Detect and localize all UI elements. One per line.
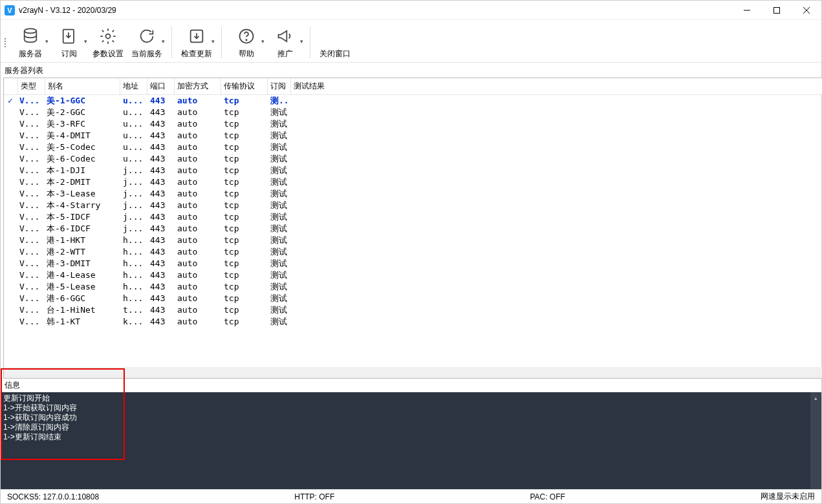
table-row[interactable]: V...本-1-DJIj...443autotcp测试 bbox=[4, 165, 822, 176]
toolbar: 服务器 ▾ 订阅 ▾ 参数设置 当前服务 ▾ 检查更新 ▾ 帮助 ▾ bbox=[1, 20, 821, 63]
cell-type: V... bbox=[17, 142, 44, 153]
log-scrollbar[interactable] bbox=[810, 392, 821, 489]
cell-port: 443 bbox=[147, 176, 175, 188]
cell-type: V... bbox=[17, 107, 44, 118]
row-active-mark bbox=[4, 176, 17, 188]
cell-type: V... bbox=[17, 153, 44, 165]
cell-type: V... bbox=[17, 118, 44, 130]
minimize-icon bbox=[744, 7, 750, 14]
toolbar-settings-button[interactable]: 参数设置 bbox=[89, 23, 127, 62]
cell-alias: 美-1-GGC bbox=[44, 95, 120, 107]
toolbar-restart-button[interactable]: 当前服务 ▾ bbox=[127, 23, 166, 62]
cell-type: V... bbox=[17, 130, 44, 142]
server-table[interactable]: 类型 别名 地址 端口 加密方式 传输协议 订阅 测试结果 ✓V...美-1-G… bbox=[3, 78, 822, 379]
cell-alias: 美-5-Codec bbox=[44, 142, 120, 153]
cell-alias: 美-3-RFC bbox=[44, 118, 120, 130]
cell-test bbox=[291, 200, 822, 211]
table-row[interactable]: V...韩-1-KTk...443autotcp测试 bbox=[4, 316, 822, 328]
col-alias[interactable]: 别名 bbox=[45, 78, 120, 94]
toolbar-server-button[interactable]: 服务器 ▾ bbox=[11, 23, 50, 62]
cell-sub: 测试 bbox=[268, 316, 291, 328]
cell-enc: auto bbox=[175, 281, 221, 293]
col-enc[interactable]: 加密方式 bbox=[175, 78, 221, 94]
table-row[interactable]: V...美-6-Codecu...443autotcp测试 bbox=[4, 153, 822, 165]
table-row[interactable]: V...台-1-HiNett...443autotcp测试 bbox=[4, 304, 822, 316]
cell-addr: u... bbox=[120, 107, 147, 118]
table-row[interactable]: V...本-6-IDCFj...443autotcp测试 bbox=[4, 223, 822, 235]
table-row[interactable]: V...本-3-Leasej...443autotcp测试 bbox=[4, 188, 822, 200]
toolbar-separator bbox=[221, 26, 222, 58]
col-port[interactable]: 端口 bbox=[147, 78, 175, 94]
col-type[interactable]: 类型 bbox=[18, 78, 45, 94]
cell-net: tcp bbox=[221, 95, 268, 107]
table-row[interactable]: V...美-4-DMITu...443autotcp测试 bbox=[4, 130, 822, 142]
cell-type: V... bbox=[17, 316, 44, 328]
log-line: 1->更新订阅结束 bbox=[3, 432, 819, 442]
col-sub[interactable]: 订阅 bbox=[268, 78, 291, 94]
table-row[interactable]: V...本-2-DMITj...443autotcp测试 bbox=[4, 176, 822, 188]
toolbar-grip[interactable] bbox=[3, 23, 8, 62]
cell-type: V... bbox=[17, 293, 44, 304]
chevron-down-icon: ▾ bbox=[45, 38, 49, 45]
cell-sub: 测试 bbox=[268, 142, 291, 153]
cell-type: V... bbox=[17, 223, 44, 235]
table-row[interactable]: V...本-4-Starryj...443autotcp测试 bbox=[4, 200, 822, 211]
cell-port: 443 bbox=[147, 95, 175, 107]
col-check[interactable] bbox=[4, 78, 18, 94]
col-net[interactable]: 传输协议 bbox=[221, 78, 268, 94]
cell-test bbox=[291, 153, 822, 165]
table-body[interactable]: ✓V...美-1-GGCu...443autotcp测..V...美-2-GGC… bbox=[4, 95, 822, 367]
cell-sub: 测试 bbox=[268, 281, 291, 293]
cell-enc: auto bbox=[175, 142, 221, 153]
cell-enc: auto bbox=[175, 153, 221, 165]
table-row[interactable]: V...港-3-DMITh...443autotcp测试 bbox=[4, 258, 822, 269]
toolbar-closewin-button[interactable]: 关闭窗口 bbox=[316, 23, 354, 62]
cell-net: tcp bbox=[221, 130, 268, 142]
horizontal-scrollbar[interactable] bbox=[4, 367, 822, 378]
table-row[interactable]: V...港-6-GGCh...443autotcp测试 bbox=[4, 293, 822, 304]
refresh-icon bbox=[138, 27, 156, 45]
cell-alias: 港-3-DMIT bbox=[44, 258, 120, 269]
chevron-down-icon: ▾ bbox=[300, 38, 303, 45]
toolbar-closewin-label: 关闭窗口 bbox=[319, 47, 351, 60]
app-icon: V bbox=[5, 5, 15, 16]
table-row[interactable]: V...港-1-HKTh...443autotcp测试 bbox=[4, 235, 822, 246]
table-row[interactable]: V...本-5-IDCFj...443autotcp测试 bbox=[4, 211, 822, 223]
table-row[interactable]: V...美-3-RFCu...443autotcp测试 bbox=[4, 118, 822, 130]
row-active-mark bbox=[4, 130, 17, 142]
cell-net: tcp bbox=[221, 223, 268, 235]
toolbar-server-label: 服务器 bbox=[19, 47, 42, 60]
cell-type: V... bbox=[17, 188, 44, 200]
toolbar-promote-button[interactable]: 推广 ▾ bbox=[266, 23, 305, 62]
toolbar-subscribe-label: 订阅 bbox=[61, 47, 77, 60]
toolbar-help-button[interactable]: 帮助 ▾ bbox=[227, 23, 266, 62]
table-row[interactable]: V...美-2-GGCu...443autotcp测试 bbox=[4, 107, 822, 118]
table-row[interactable]: V...港-2-WTTh...443autotcp测试 bbox=[4, 246, 822, 258]
col-addr[interactable]: 地址 bbox=[120, 78, 147, 94]
cell-sub: 测试 bbox=[268, 293, 291, 304]
cell-net: tcp bbox=[221, 235, 268, 246]
row-active-mark bbox=[4, 316, 17, 328]
row-active-mark bbox=[4, 293, 17, 304]
cell-test bbox=[291, 118, 822, 130]
log-panel[interactable]: 更新订阅开始1->开始获取订阅内容1->获取订阅内容成功1->清除原订阅内容1-… bbox=[1, 392, 821, 489]
cell-addr: h... bbox=[120, 281, 147, 293]
megaphone-icon bbox=[276, 27, 294, 45]
toolbar-subscribe-button[interactable]: 订阅 ▾ bbox=[50, 23, 89, 62]
table-row[interactable]: V...港-5-Leaseh...443autotcp测试 bbox=[4, 281, 822, 293]
col-test[interactable]: 测试结果 bbox=[291, 78, 822, 94]
table-row[interactable]: V...美-5-Codecu...443autotcp测试 bbox=[4, 142, 822, 153]
table-row[interactable]: V...港-4-Leaseh...443autotcp测试 bbox=[4, 269, 822, 281]
toolbar-update-button[interactable]: 检查更新 ▾ bbox=[177, 23, 216, 62]
cell-alias: 本-5-IDCF bbox=[44, 211, 120, 223]
close-icon bbox=[803, 7, 810, 14]
cell-type: V... bbox=[17, 176, 44, 188]
close-button[interactable] bbox=[792, 1, 821, 20]
cell-enc: auto bbox=[175, 235, 221, 246]
table-row[interactable]: ✓V...美-1-GGCu...443autotcp测.. bbox=[4, 95, 822, 107]
minimize-button[interactable] bbox=[732, 1, 762, 20]
maximize-button[interactable] bbox=[762, 1, 792, 20]
cell-test bbox=[291, 304, 822, 316]
row-active-mark bbox=[4, 142, 17, 153]
cell-sub: 测试 bbox=[268, 130, 291, 142]
